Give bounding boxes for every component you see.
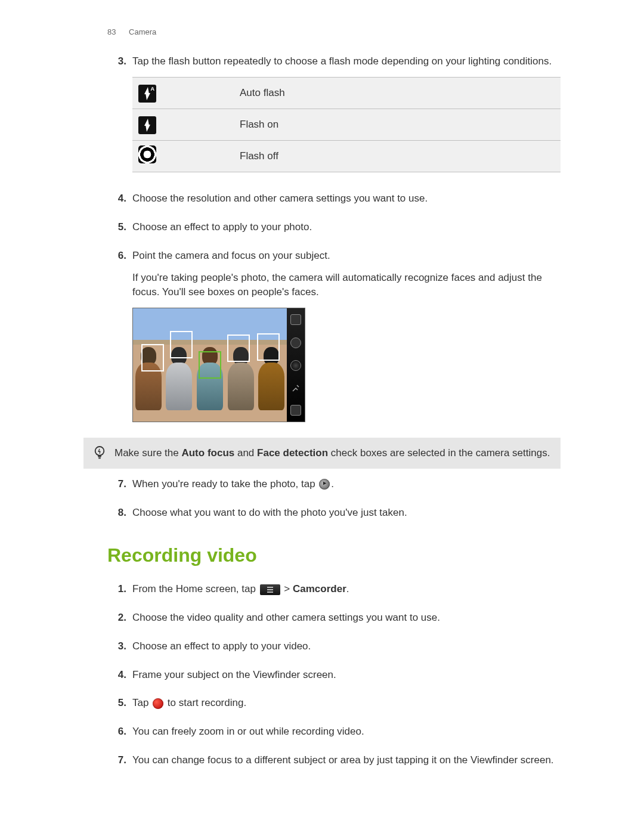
step-text: Tap the flash button repeatedly to choos… [132, 54, 561, 69]
step-3: 3. Tap the flash button repeatedly to ch… [107, 54, 561, 185]
face-box-active-icon [199, 351, 221, 379]
manual-page: 83 Camera 3. Tap the flash button repeat… [0, 0, 644, 806]
flash-mode-label: Auto flash [234, 77, 561, 109]
step-subtext: If you're taking people's photo, the cam… [132, 271, 561, 299]
step-6: 6. Point the camera and focus on your su… [107, 249, 561, 431]
camera-control-icon [290, 337, 301, 348]
video-step-4: 4. Frame your subject on the Viewfinder … [107, 668, 561, 690]
viewfinder-screenshot [132, 308, 305, 422]
tip-text: Make sure the Auto focus and Face detect… [114, 446, 552, 460]
camera-sidebar [287, 308, 305, 422]
step-number: 7. [107, 753, 132, 776]
step-number: 6. [107, 249, 132, 431]
step-number: 1. [107, 582, 132, 605]
table-row: Flash on [132, 109, 561, 140]
camera-control-icon [290, 360, 301, 371]
video-step-3: 3. Choose an effect to apply to your vid… [107, 639, 561, 662]
page-section-name: Camera [129, 27, 156, 36]
flash-on-icon [138, 116, 156, 134]
table-row: Flash off [132, 140, 561, 172]
tip-box: Make sure the Auto focus and Face detect… [83, 438, 561, 469]
camera-control-icon [290, 405, 301, 416]
video-step-6: 6. You can freely zoom in or out while r… [107, 724, 561, 747]
step-number: 5. [107, 220, 132, 243]
flash-mode-label: Flash on [234, 109, 561, 140]
step-text: Frame your subject on the Viewfinder scr… [132, 668, 561, 682]
face-box-icon [227, 335, 250, 362]
step-number: 8. [107, 506, 132, 528]
step-7: 7. When you're ready to take the photo, … [107, 477, 561, 500]
step-4: 4. Choose the resolution and other camer… [107, 191, 561, 214]
tip-bulb-icon [93, 445, 105, 466]
step-number: 7. [107, 477, 132, 500]
step-text: You can change focus to a different subj… [132, 753, 561, 767]
step-text: Choose what you want to do with the phot… [132, 506, 561, 520]
step-5: 5. Choose an effect to apply to your pho… [107, 220, 561, 243]
camera-control-icon [291, 383, 301, 392]
record-icon [153, 698, 163, 709]
step-text: Choose the video quality and other camer… [132, 611, 561, 625]
page-header: 83 Camera [107, 27, 561, 38]
flash-auto-icon: A [138, 85, 156, 103]
video-step-1: 1. From the Home screen, tap > Camcorder… [107, 582, 561, 605]
step-number: 2. [107, 611, 132, 633]
flash-mode-table: A Auto flash Flash on [132, 77, 561, 172]
face-box-icon [141, 344, 164, 371]
flash-mode-label: Flash off [234, 140, 561, 172]
svg-point-0 [95, 447, 104, 456]
step-number: 6. [107, 724, 132, 747]
step-text: You can freely zoom in or out while reco… [132, 724, 561, 739]
flash-off-icon [138, 145, 156, 163]
step-text: Choose an effect to apply to your video. [132, 639, 561, 654]
step-text: Point the camera and focus on your subje… [132, 249, 561, 263]
face-box-icon [170, 331, 193, 358]
page-number: 83 [107, 27, 116, 36]
all-apps-icon [260, 584, 280, 595]
step-text: When you're ready to take the photo, tap… [132, 477, 561, 491]
step-number: 5. [107, 696, 132, 719]
step-text: Choose the resolution and other camera s… [132, 191, 561, 206]
face-box-icon [257, 333, 280, 361]
camera-control-icon [290, 314, 301, 325]
step-number: 4. [107, 191, 132, 214]
step-number: 3. [107, 639, 132, 662]
step-8: 8. Choose what you want to do with the p… [107, 506, 561, 528]
step-number: 3. [107, 54, 132, 185]
step-number: 4. [107, 668, 132, 690]
table-row: A Auto flash [132, 77, 561, 109]
shutter-icon [319, 479, 330, 490]
video-step-7: 7. You can change focus to a different s… [107, 753, 561, 776]
camcorder-link: Camcorder [293, 583, 346, 594]
video-step-5: 5. Tap to start recording. [107, 696, 561, 719]
step-text: Tap to start recording. [132, 696, 561, 710]
step-text: Choose an effect to apply to your photo. [132, 220, 561, 234]
section-heading-recording-video: Recording video [107, 542, 561, 569]
video-step-2: 2. Choose the video quality and other ca… [107, 611, 561, 633]
step-text: From the Home screen, tap > Camcorder. [132, 582, 561, 596]
